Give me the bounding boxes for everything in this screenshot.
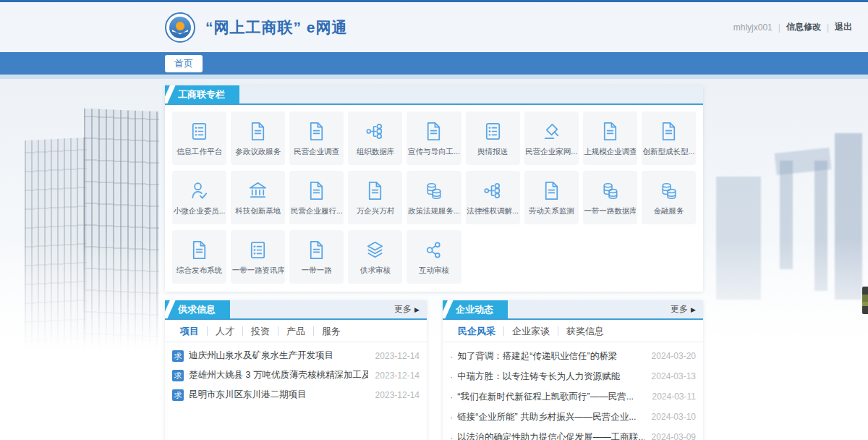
slash-decoration-icon: [165, 300, 176, 318]
supply-tab[interactable]: 项目: [172, 326, 208, 336]
bullet-icon: ·: [450, 432, 453, 440]
item-date: 2024-03-20: [652, 351, 696, 361]
list-icon: [482, 120, 504, 143]
database-icon: [422, 179, 445, 202]
service-tile[interactable]: 政策法规服务...: [407, 171, 461, 224]
service-tile[interactable]: 科技创新基地: [231, 171, 285, 224]
gavel-icon: [540, 120, 563, 143]
site-logo: [165, 12, 195, 43]
item-title: 迪庆州山泉水及矿泉水生产开发项目: [189, 350, 368, 362]
document-icon: [658, 120, 680, 143]
news-list-item[interactable]: · 中瑞方胜：以专注铸专长为人力资源赋能 2024-03-13: [450, 366, 696, 386]
service-tile[interactable]: 劳动关系监测: [524, 171, 579, 224]
service-tile-label: 一带一路: [302, 266, 332, 276]
service-tile[interactable]: 创新型成长型...: [642, 111, 696, 165]
logout-link[interactable]: 退出: [835, 21, 852, 33]
supply-list: 求 迪庆州山泉水及矿泉水生产开发项目 2023-12-14 求 楚雄州大姚县 3…: [165, 342, 427, 405]
news-list-item[interactable]: · 以法治的确定性助力提信心促发展——工商联... 2024-03-09: [450, 427, 696, 440]
service-tile-label: 万企兴万村: [357, 206, 395, 216]
document-icon: [305, 239, 328, 261]
service-tile[interactable]: 金融服务: [642, 171, 696, 224]
service-tile[interactable]: 组织数据库: [348, 111, 402, 165]
demand-badge: 求: [172, 350, 184, 362]
service-tile-label: 劳动关系监测: [529, 206, 574, 216]
main-nav: 首页: [0, 52, 868, 75]
service-tile[interactable]: 一带一路资讯库: [231, 230, 285, 284]
news-tab[interactable]: 企业家谈: [504, 326, 558, 336]
service-tile[interactable]: 民营企业履行...: [289, 171, 344, 224]
bullet-icon: ·: [450, 412, 453, 423]
service-tile-label: 互动审核: [419, 266, 449, 276]
supply-list-item[interactable]: 求 昆明市东川区东川港二期项目 2023-12-14: [172, 385, 420, 405]
list-icon: [247, 239, 269, 261]
item-title: “我们在新时代新征程上凯歌而行”——民营...: [457, 391, 644, 403]
item-title: 以法治的确定性助力提信心促发展——工商联...: [457, 431, 644, 440]
service-tile-label: 信息工作平台: [176, 147, 222, 157]
service-tile-label: 民营企业家网...: [525, 147, 577, 157]
service-tile[interactable]: 供求审核: [348, 230, 402, 284]
news-tabs: 民企风采 企业家谈 获奖信息: [443, 320, 703, 342]
document-icon: [364, 179, 386, 202]
news-tab[interactable]: 民企风采: [450, 326, 504, 336]
news-list: · 知了背调：搭建起“传递职业信任”的桥梁 2024-03-20 · 中瑞方胜：…: [443, 342, 703, 440]
service-tile-label: 民营企业调查: [294, 147, 339, 157]
demand-badge: 求: [172, 370, 184, 381]
news-list-item[interactable]: · 链接“企业所能” 共助乡村振兴——民营企业... 2024-03-10: [450, 407, 696, 427]
supply-more-link[interactable]: 更多 ▶: [394, 300, 427, 318]
supply-tab[interactable]: 人才: [208, 326, 243, 336]
supply-tab[interactable]: 产品: [278, 326, 314, 336]
service-tile-label: 宣传与导向工...: [408, 147, 460, 157]
service-tile-label: 综合发布系统: [176, 266, 222, 276]
service-tile-label: 上规模企业调查: [584, 147, 636, 157]
item-date: 2024-03-11: [652, 392, 697, 402]
service-tile[interactable]: 民营企业家网...: [524, 111, 579, 165]
supply-tab[interactable]: 投资: [243, 326, 278, 336]
item-title: 中瑞方胜：以专注铸专长为人力资源赋能: [457, 371, 644, 383]
supply-tab[interactable]: 服务: [314, 326, 349, 336]
item-date: 2024-03-10: [652, 412, 696, 422]
logo-emblem-icon: [169, 17, 191, 38]
news-tab[interactable]: 获奖信息: [558, 326, 612, 336]
service-tile[interactable]: 小微企业委员...: [172, 171, 226, 224]
service-tile[interactable]: 参政议政服务: [231, 111, 285, 165]
item-date: 2023-12-14: [375, 351, 420, 361]
username-label: mhlyjx001: [733, 22, 773, 33]
database-icon: [599, 179, 621, 202]
edit-profile-link[interactable]: 信息修改: [786, 21, 821, 33]
service-tile[interactable]: 互动审核: [407, 230, 461, 284]
service-tile-label: 金融服务: [653, 206, 684, 216]
service-tile[interactable]: 一带一路数据库: [583, 171, 637, 224]
item-title: 链接“企业所能” 共助乡村振兴——民营企业...: [457, 411, 644, 423]
service-tile[interactable]: 宣传与导向工...: [407, 111, 461, 165]
supply-list-item[interactable]: 求 迪庆州山泉水及矿泉水生产开发项目 2023-12-14: [172, 346, 420, 365]
nav-home-button[interactable]: 首页: [165, 55, 203, 72]
service-tile[interactable]: 一带一路: [289, 230, 344, 284]
service-tile[interactable]: 万企兴万村: [348, 171, 402, 224]
service-tile[interactable]: 信息工作平台: [172, 111, 226, 165]
service-tile[interactable]: 舆情报送: [466, 111, 520, 165]
service-tile-label: 一带一路资讯库: [232, 266, 284, 276]
service-tile[interactable]: 上规模企业调查: [583, 111, 637, 165]
supply-panel-title: 供求信息: [165, 300, 230, 318]
services-panel-header: 工商联专栏: [165, 85, 703, 105]
service-tile[interactable]: 综合发布系统: [172, 230, 226, 284]
supply-list-item[interactable]: 求 楚雄州大姚县 3 万吨优质薄壳核桃精深加工及科... 2023-12-14: [172, 365, 420, 385]
news-list-item[interactable]: · 知了背调：搭建起“传递职业信任”的桥梁 2024-03-20: [450, 346, 696, 366]
demand-badge: 求: [172, 389, 184, 401]
service-tile-label: 创新型成长型...: [643, 147, 695, 157]
service-tile[interactable]: 民营企业调查: [289, 111, 344, 165]
services-panel: 工商联专栏 信息工作平台 参政议政服务: [165, 85, 703, 292]
news-panel-title: 企业动态: [443, 300, 508, 318]
news-list-item[interactable]: · “我们在新时代新征程上凯歌而行”——民营... 2024-03-11: [450, 386, 696, 407]
item-date: 2024-03-09: [652, 432, 696, 440]
supply-panel-header: 供求信息 更多 ▶: [165, 300, 427, 320]
service-tile[interactable]: 法律维权调解...: [466, 171, 520, 224]
bullet-icon: ·: [450, 371, 453, 382]
document-icon: [599, 120, 621, 143]
service-tile-label: 政策法规服务...: [408, 206, 460, 216]
page-title: “网上工商联” e网通: [205, 17, 348, 38]
database-icon: [658, 179, 680, 202]
news-more-link[interactable]: 更多 ▶: [671, 300, 703, 318]
orgchart-icon: [482, 179, 504, 202]
slash-decoration-icon: [165, 85, 176, 103]
